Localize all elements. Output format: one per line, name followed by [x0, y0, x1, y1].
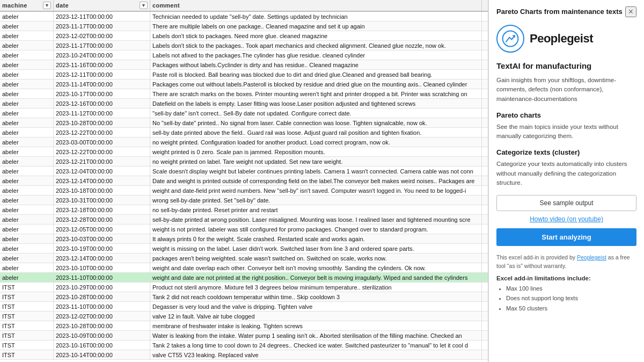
cell-date: 2023-12-02T00:00:00 — [54, 31, 150, 40]
table-row[interactable]: abeler2023-10-28T00:00:00No "sell-by dat… — [0, 118, 488, 128]
table-row[interactable]: ITST2023-11-10T00:00:00Degasser is very … — [0, 302, 488, 312]
cell-machine: ITST — [0, 283, 54, 292]
cell-machine: ITST — [0, 312, 54, 321]
cell-machine: abeler — [0, 70, 54, 79]
sidebar-header: Pareto Charts from maintenance texts × — [496, 6, 636, 17]
cell-comment: sell-by date printed above the field.. G… — [150, 128, 482, 137]
table-row[interactable]: ITST2023-12-02T00:00:00valve 12 in fault… — [0, 312, 488, 321]
table-row[interactable]: abeler2023-12-14T00:00:00packages aren't… — [0, 254, 488, 263]
section2-desc: Categorize your texts automatically into… — [496, 160, 636, 187]
table-row[interactable]: abeler2023-12-22T00:00:00sell-by date pr… — [0, 128, 488, 137]
tagline: TextAI for manufacturing — [496, 61, 636, 70]
cell-comment: weight and date overlap each other. Conv… — [150, 263, 482, 272]
table-row[interactable]: abeler2023-11-14T00:00:00Packages come o… — [0, 79, 488, 89]
table-row[interactable]: abeler2023-10-18T00:00:00weight and date… — [0, 186, 488, 196]
table-row[interactable]: abeler2023-10-31T00:00:00wrong sell-by-d… — [0, 196, 488, 205]
cell-date: 2023-12-14T00:00:00 — [54, 254, 150, 263]
cell-date: 2023-10-28T00:00:00 — [54, 321, 150, 330]
limitations-list: Max 100 linesDoes not support long texts… — [496, 284, 636, 314]
table-row[interactable]: abeler2023-12-11T00:00:00Paste roll is b… — [0, 70, 488, 79]
footer-peoplegeist-link[interactable]: Peoplegeist — [577, 254, 606, 260]
cell-comment: valve 12 in fault. Valve air tube clogge… — [150, 312, 482, 321]
cell-date: 2023-03-00T00:00:00 — [54, 137, 150, 147]
table-row[interactable]: ITST2023-10-29T00:00:00Product not steri… — [0, 283, 488, 292]
cell-machine: abeler — [0, 215, 54, 224]
cell-machine: ITST — [0, 331, 54, 340]
cell-machine: abeler — [0, 50, 54, 60]
cell-comment: Labels not afixed to the packages.The cy… — [150, 50, 482, 60]
cell-machine: ITST — [0, 302, 54, 311]
start-analyzing-button[interactable]: Start analyzing — [496, 228, 636, 246]
table-row[interactable]: abeler2023-10-24T00:00:00Labels not afix… — [0, 50, 488, 60]
cell-date: 2023-10-09T00:00:00 — [54, 331, 150, 340]
cell-comment: It always prints 0 for the weight. Scale… — [150, 234, 482, 243]
cell-machine: abeler — [0, 12, 54, 21]
cell-machine: abeler — [0, 205, 54, 214]
table-row[interactable]: abeler2023-10-03T00:00:00It always print… — [0, 234, 488, 244]
table-row[interactable]: abeler2023-12-28T00:00:00sell-by-date pr… — [0, 215, 488, 225]
cell-machine: abeler — [0, 31, 54, 40]
table-row[interactable]: abeler2023-11-10T00:00:00weight and date… — [0, 273, 488, 283]
table-row[interactable]: abeler2023-12-18T00:00:00no sell-by-date… — [0, 205, 488, 215]
cell-comment: wrong sell-by-date printed. Set "sell-by… — [150, 196, 482, 205]
table-row[interactable]: abeler2023-11-17T00:00:00There are multi… — [0, 21, 488, 31]
table-row[interactable]: abeler2023-12-21T00:00:00no weight print… — [0, 157, 488, 166]
cell-comment: Degasser is very loud and the valve is d… — [150, 302, 482, 311]
section2-title: Categorize texts (cluster) — [496, 148, 636, 156]
table-row[interactable]: abeler2023-11-12T00:00:00"sell-by date" … — [0, 108, 488, 118]
cell-machine: abeler — [0, 186, 54, 195]
table-row[interactable]: abeler2023-10-10T00:00:00weight and date… — [0, 263, 488, 273]
cell-machine: abeler — [0, 89, 54, 98]
table-row[interactable]: abeler2023-03-00T00:00:00no weight print… — [0, 137, 488, 147]
cell-date: 2023-10-18T00:00:00 — [54, 186, 150, 195]
table-row[interactable]: ITST2023-10-16T00:00:00Tank 2 takes a lo… — [0, 341, 488, 350]
cell-machine: abeler — [0, 108, 54, 118]
see-sample-button[interactable]: See sample output — [496, 195, 636, 211]
cell-comment: There are scratch marks on the boxes. Pr… — [150, 89, 482, 98]
cell-comment: Paste roll is blocked. Ball bearing was … — [150, 70, 482, 79]
table-row[interactable]: abeler2023-10-19T00:00:00weight is missi… — [0, 244, 488, 254]
table-row[interactable]: abeler2023-12-05T00:00:00weight is not p… — [0, 225, 488, 234]
col-e-filter[interactable]: ▼ — [140, 2, 148, 9]
cell-machine: abeler — [0, 60, 54, 69]
howto-link[interactable]: Howto video (on youtube) — [496, 215, 636, 223]
cell-date: 2023-10-14T00:00:00 — [54, 350, 150, 359]
logo-text: Peoplegeist — [530, 32, 593, 46]
cell-comment: Technician needed to update "sell-by" da… — [150, 12, 482, 21]
table-row[interactable]: ITST2023-10-09T00:00:00Water is leaking … — [0, 331, 488, 341]
table-row[interactable]: ITST2023-10-28T00:00:00Tank 2 did not re… — [0, 292, 488, 302]
cell-comment: no weight printed on label. Tare weight … — [150, 157, 482, 166]
cell-date: 2023-10-24T00:00:00 — [54, 50, 150, 60]
close-button[interactable]: × — [625, 6, 636, 17]
cell-date: 2023-10-10T00:00:00 — [54, 263, 150, 272]
cell-comment: weight is missing on the label. Laser di… — [150, 244, 482, 253]
cell-comment: weight and date-field print weird number… — [150, 186, 482, 195]
cell-date: 2023-11-16T00:00:00 — [54, 60, 150, 69]
cell-comment: Date and weight is printed outside of co… — [150, 176, 482, 185]
cell-date: 2023-12-21T00:00:00 — [54, 157, 150, 166]
table-row[interactable]: ITST2023-10-28T00:00:00membrane of fresh… — [0, 321, 488, 331]
col-c-filter[interactable]: ▼ — [43, 2, 51, 9]
table-row[interactable]: abeler2023-12-22T00:00:00weight printed … — [0, 147, 488, 157]
description: Gain insights from your shiftlogs, downt… — [496, 76, 636, 104]
cell-comment: packages aren't being weighted. scale wa… — [150, 254, 482, 263]
table-row[interactable]: abeler2023-10-17T00:00:00There are scrat… — [0, 89, 488, 99]
table-row[interactable]: abeler2023-12-14T00:00:00Date and weight… — [0, 176, 488, 186]
table-row[interactable]: ITST2023-10-14T00:00:00valve CT55 V23 le… — [0, 350, 488, 360]
table-row[interactable]: abeler2023-12-04T00:00:00Scale doesn't d… — [0, 166, 488, 176]
cell-date: 2023-12-05T00:00:00 — [54, 225, 150, 234]
spreadsheet-area: machine ▼ date ▼ comment abeler2023-12-1… — [0, 0, 488, 362]
cell-machine: abeler — [0, 118, 54, 127]
table-row[interactable]: abeler2023-12-16T00:00:00Datefield on th… — [0, 99, 488, 108]
cell-date: 2023-12-22T00:00:00 — [54, 147, 150, 156]
table-row[interactable]: abeler2023-12-02T00:00:00Labels don't st… — [0, 31, 488, 41]
footer-text: This excel add-in is provided by Peopleg… — [496, 254, 636, 271]
cell-comment: Labels don't stick to the packages.. Too… — [150, 41, 482, 50]
table-row[interactable]: abeler2023-12-11T00:00:00Technician need… — [0, 12, 488, 21]
table-row[interactable]: abeler2023-11-17T00:00:00Labels don't st… — [0, 41, 488, 50]
cell-machine: ITST — [0, 292, 54, 301]
table-row[interactable]: abeler2023-11-16T00:00:00Packages withou… — [0, 60, 488, 70]
cell-date: 2023-12-22T00:00:00 — [54, 128, 150, 137]
cell-comment: sell-by-date printed at wrong position. … — [150, 215, 482, 224]
cell-machine: abeler — [0, 225, 54, 234]
